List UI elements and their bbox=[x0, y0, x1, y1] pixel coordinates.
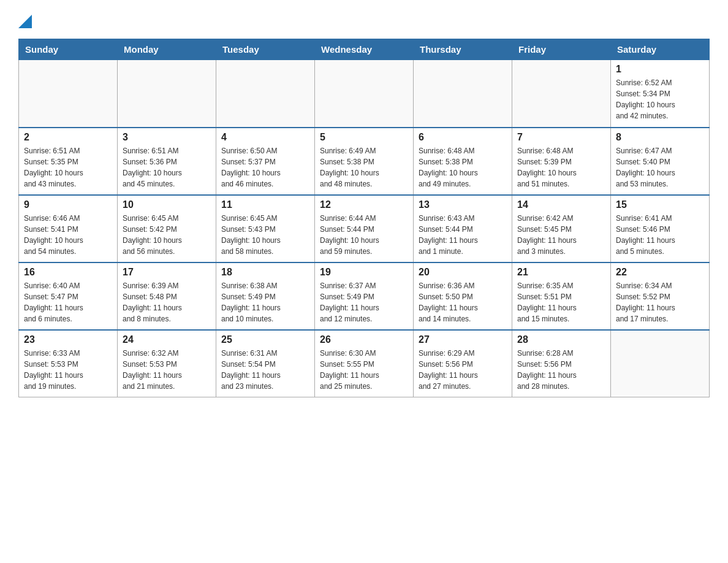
table-row: 17Sunrise: 6:39 AM Sunset: 5:48 PM Dayli… bbox=[118, 262, 216, 330]
day-info: Sunrise: 6:41 AM Sunset: 5:46 PM Dayligh… bbox=[616, 213, 704, 257]
table-row bbox=[315, 60, 414, 128]
day-number: 22 bbox=[616, 267, 704, 278]
day-info: Sunrise: 6:47 AM Sunset: 5:40 PM Dayligh… bbox=[616, 145, 704, 190]
day-number: 2 bbox=[24, 132, 112, 143]
day-number: 8 bbox=[616, 132, 704, 143]
calendar-week-row: 9Sunrise: 6:46 AM Sunset: 5:41 PM Daylig… bbox=[19, 195, 710, 262]
day-number: 14 bbox=[517, 199, 605, 210]
table-row: 27Sunrise: 6:29 AM Sunset: 5:56 PM Dayli… bbox=[414, 330, 512, 397]
table-row: 28Sunrise: 6:28 AM Sunset: 5:56 PM Dayli… bbox=[512, 330, 611, 397]
day-number: 23 bbox=[24, 334, 112, 345]
logo-triangle-icon bbox=[18, 15, 32, 28]
col-sunday: Sunday bbox=[19, 39, 118, 60]
table-row: 25Sunrise: 6:31 AM Sunset: 5:54 PM Dayli… bbox=[216, 330, 315, 397]
col-friday: Friday bbox=[512, 39, 611, 60]
calendar-week-row: 23Sunrise: 6:33 AM Sunset: 5:53 PM Dayli… bbox=[19, 330, 710, 397]
day-info: Sunrise: 6:37 AM Sunset: 5:49 PM Dayligh… bbox=[320, 280, 408, 324]
day-number: 1 bbox=[616, 64, 704, 75]
day-number: 11 bbox=[221, 199, 309, 210]
table-row: 12Sunrise: 6:44 AM Sunset: 5:44 PM Dayli… bbox=[315, 195, 414, 262]
day-info: Sunrise: 6:45 AM Sunset: 5:43 PM Dayligh… bbox=[221, 213, 309, 257]
col-saturday: Saturday bbox=[611, 39, 710, 60]
calendar-week-row: 2Sunrise: 6:51 AM Sunset: 5:35 PM Daylig… bbox=[19, 128, 710, 195]
col-tuesday: Tuesday bbox=[216, 39, 315, 60]
table-row bbox=[512, 60, 611, 128]
day-number: 13 bbox=[419, 199, 507, 210]
day-info: Sunrise: 6:49 AM Sunset: 5:38 PM Dayligh… bbox=[320, 145, 408, 190]
day-number: 21 bbox=[517, 267, 605, 278]
day-number: 17 bbox=[123, 267, 211, 278]
day-number: 6 bbox=[419, 132, 507, 143]
table-row bbox=[19, 60, 118, 128]
table-row: 7Sunrise: 6:48 AM Sunset: 5:39 PM Daylig… bbox=[512, 128, 611, 195]
table-row: 26Sunrise: 6:30 AM Sunset: 5:55 PM Dayli… bbox=[315, 330, 414, 397]
svg-marker-0 bbox=[18, 15, 32, 28]
day-info: Sunrise: 6:50 AM Sunset: 5:37 PM Dayligh… bbox=[221, 145, 309, 190]
table-row: 2Sunrise: 6:51 AM Sunset: 5:35 PM Daylig… bbox=[19, 128, 118, 195]
table-row: 9Sunrise: 6:46 AM Sunset: 5:41 PM Daylig… bbox=[19, 195, 118, 262]
table-row: 18Sunrise: 6:38 AM Sunset: 5:49 PM Dayli… bbox=[216, 262, 315, 330]
table-row bbox=[611, 330, 710, 397]
col-wednesday: Wednesday bbox=[315, 39, 414, 60]
day-info: Sunrise: 6:51 AM Sunset: 5:36 PM Dayligh… bbox=[123, 145, 211, 190]
calendar-week-row: 16Sunrise: 6:40 AM Sunset: 5:47 PM Dayli… bbox=[19, 262, 710, 330]
day-info: Sunrise: 6:43 AM Sunset: 5:44 PM Dayligh… bbox=[419, 213, 507, 257]
day-number: 28 bbox=[517, 334, 605, 345]
day-info: Sunrise: 6:39 AM Sunset: 5:48 PM Dayligh… bbox=[123, 280, 211, 324]
day-info: Sunrise: 6:40 AM Sunset: 5:47 PM Dayligh… bbox=[24, 280, 112, 324]
table-row: 23Sunrise: 6:33 AM Sunset: 5:53 PM Dayli… bbox=[19, 330, 118, 397]
day-info: Sunrise: 6:38 AM Sunset: 5:49 PM Dayligh… bbox=[221, 280, 309, 324]
table-row: 6Sunrise: 6:48 AM Sunset: 5:38 PM Daylig… bbox=[414, 128, 512, 195]
day-info: Sunrise: 6:29 AM Sunset: 5:56 PM Dayligh… bbox=[419, 348, 507, 392]
day-info: Sunrise: 6:44 AM Sunset: 5:44 PM Dayligh… bbox=[320, 213, 408, 257]
day-number: 16 bbox=[24, 267, 112, 278]
table-row: 15Sunrise: 6:41 AM Sunset: 5:46 PM Dayli… bbox=[611, 195, 710, 262]
table-row: 14Sunrise: 6:42 AM Sunset: 5:45 PM Dayli… bbox=[512, 195, 611, 262]
day-info: Sunrise: 6:52 AM Sunset: 5:34 PM Dayligh… bbox=[616, 77, 704, 121]
day-number: 7 bbox=[517, 132, 605, 143]
day-info: Sunrise: 6:51 AM Sunset: 5:35 PM Dayligh… bbox=[24, 145, 112, 190]
calendar-week-row: 1Sunrise: 6:52 AM Sunset: 5:34 PM Daylig… bbox=[19, 60, 710, 128]
table-row: 5Sunrise: 6:49 AM Sunset: 5:38 PM Daylig… bbox=[315, 128, 414, 195]
table-row bbox=[414, 60, 512, 128]
day-number: 25 bbox=[221, 334, 309, 345]
day-number: 4 bbox=[221, 132, 309, 143]
day-info: Sunrise: 6:28 AM Sunset: 5:56 PM Dayligh… bbox=[517, 348, 605, 392]
day-number: 18 bbox=[221, 267, 309, 278]
day-info: Sunrise: 6:36 AM Sunset: 5:50 PM Dayligh… bbox=[419, 280, 507, 324]
day-info: Sunrise: 6:45 AM Sunset: 5:42 PM Dayligh… bbox=[123, 213, 211, 257]
table-row: 22Sunrise: 6:34 AM Sunset: 5:52 PM Dayli… bbox=[611, 262, 710, 330]
day-number: 26 bbox=[320, 334, 408, 345]
day-info: Sunrise: 6:42 AM Sunset: 5:45 PM Dayligh… bbox=[517, 213, 605, 257]
calendar-header-row: Sunday Monday Tuesday Wednesday Thursday… bbox=[19, 39, 710, 60]
day-number: 3 bbox=[123, 132, 211, 143]
day-info: Sunrise: 6:46 AM Sunset: 5:41 PM Dayligh… bbox=[24, 213, 112, 257]
table-row: 13Sunrise: 6:43 AM Sunset: 5:44 PM Dayli… bbox=[414, 195, 512, 262]
table-row: 21Sunrise: 6:35 AM Sunset: 5:51 PM Dayli… bbox=[512, 262, 611, 330]
table-row: 4Sunrise: 6:50 AM Sunset: 5:37 PM Daylig… bbox=[216, 128, 315, 195]
col-monday: Monday bbox=[118, 39, 216, 60]
col-thursday: Thursday bbox=[414, 39, 512, 60]
day-info: Sunrise: 6:34 AM Sunset: 5:52 PM Dayligh… bbox=[616, 280, 704, 324]
table-row: 11Sunrise: 6:45 AM Sunset: 5:43 PM Dayli… bbox=[216, 195, 315, 262]
day-number: 5 bbox=[320, 132, 408, 143]
table-row: 20Sunrise: 6:36 AM Sunset: 5:50 PM Dayli… bbox=[414, 262, 512, 330]
calendar-table: Sunday Monday Tuesday Wednesday Thursday… bbox=[18, 39, 710, 397]
table-row: 16Sunrise: 6:40 AM Sunset: 5:47 PM Dayli… bbox=[19, 262, 118, 330]
logo bbox=[18, 12, 34, 33]
day-info: Sunrise: 6:48 AM Sunset: 5:39 PM Dayligh… bbox=[517, 145, 605, 190]
day-info: Sunrise: 6:48 AM Sunset: 5:38 PM Dayligh… bbox=[419, 145, 507, 190]
day-number: 9 bbox=[24, 199, 112, 210]
page-header bbox=[18, 12, 710, 33]
day-number: 15 bbox=[616, 199, 704, 210]
day-number: 20 bbox=[419, 267, 507, 278]
day-info: Sunrise: 6:31 AM Sunset: 5:54 PM Dayligh… bbox=[221, 348, 309, 392]
day-number: 19 bbox=[320, 267, 408, 278]
table-row: 1Sunrise: 6:52 AM Sunset: 5:34 PM Daylig… bbox=[611, 60, 710, 128]
day-number: 24 bbox=[123, 334, 211, 345]
table-row: 24Sunrise: 6:32 AM Sunset: 5:53 PM Dayli… bbox=[118, 330, 216, 397]
table-row bbox=[216, 60, 315, 128]
day-info: Sunrise: 6:30 AM Sunset: 5:55 PM Dayligh… bbox=[320, 348, 408, 392]
day-info: Sunrise: 6:33 AM Sunset: 5:53 PM Dayligh… bbox=[24, 348, 112, 392]
day-number: 27 bbox=[419, 334, 507, 345]
